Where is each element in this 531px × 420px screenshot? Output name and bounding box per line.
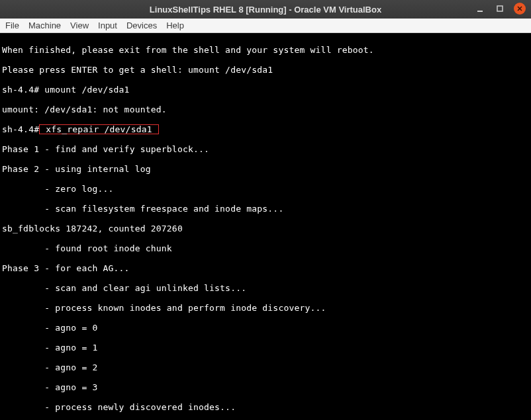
terminal-line: - scan and clear agi unlinked lists... [2, 283, 529, 293]
terminal-line: Please press ENTER to get a shell: umoun… [2, 65, 529, 75]
terminal-line: - process known inodes and perform inode… [2, 303, 529, 313]
menu-machine[interactable]: Machine [28, 21, 61, 30]
terminal-line: sb_fdblocks 187242, counted 207260 [2, 224, 529, 233]
terminal-output[interactable]: When finished, please exit from the shel… [0, 33, 531, 420]
terminal-line: - agno = 2 [2, 362, 529, 372]
minimize-button[interactable] [474, 3, 486, 15]
terminal-line: Phase 1 - find and verify superblock... [2, 144, 529, 154]
terminal-line: - zero log... [2, 184, 529, 194]
terminal-line: - agno = 1 [2, 343, 529, 353]
svg-rect-1 [497, 6, 503, 11]
terminal-line: Phase 3 - for each AG... [2, 263, 529, 273]
terminal-line: Phase 2 - using internal log [2, 164, 529, 174]
maximize-icon [496, 5, 504, 13]
titlebar: LinuxShellTips RHEL 8 [Running] - Oracle… [0, 0, 531, 19]
close-icon [516, 5, 523, 12]
menu-help[interactable]: Help [166, 21, 184, 30]
menu-devices[interactable]: Devices [126, 21, 157, 30]
menu-view[interactable]: View [70, 21, 89, 30]
terminal-line: - scan filesystem freespace and inode ma… [2, 204, 529, 214]
terminal-line: sh-4.4# xfs_repair /dev/sda1 [2, 124, 529, 134]
terminal-line: umount: /dev/sda1: not mounted. [2, 105, 529, 114]
minimize-icon [476, 5, 484, 13]
menubar: File Machine View Input Devices Help [0, 19, 531, 33]
terminal-line: sh-4.4# umount /dev/sda1 [2, 85, 529, 95]
terminal-line: - found root inode chunk [2, 243, 529, 253]
menu-input[interactable]: Input [98, 21, 117, 30]
shell-prompt: sh-4.4# [2, 124, 39, 134]
svg-rect-0 [477, 11, 483, 12]
window-controls [474, 3, 526, 15]
terminal-line: - agno = 0 [2, 323, 529, 333]
highlighted-command: xfs_repair /dev/sda1 [39, 124, 159, 134]
menu-file[interactable]: File [5, 21, 19, 30]
terminal-line: - agno = 3 [2, 382, 529, 392]
terminal-line: When finished, please exit from the shel… [2, 45, 529, 55]
maximize-button[interactable] [494, 3, 506, 15]
window-title: LinuxShellTips RHEL 8 [Running] - Oracle… [150, 5, 381, 15]
close-button[interactable] [514, 3, 526, 15]
terminal-line: - process newly discovered inodes... [2, 402, 529, 412]
